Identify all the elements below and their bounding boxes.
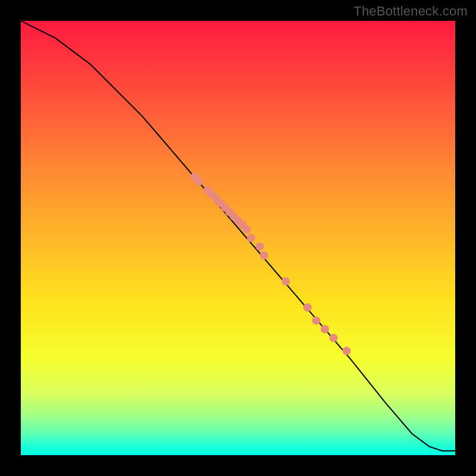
watermark-text: TheBottleneck.com bbox=[353, 4, 468, 19]
data-point bbox=[321, 325, 329, 333]
data-point bbox=[330, 334, 338, 342]
data-point bbox=[260, 251, 268, 259]
curve-line bbox=[21, 21, 455, 451]
data-point bbox=[195, 177, 203, 186]
data-point bbox=[303, 303, 312, 312]
chart-frame: TheBottleneck.com bbox=[0, 0, 476, 476]
data-point bbox=[247, 234, 255, 242]
plot-area bbox=[21, 21, 455, 455]
data-point bbox=[281, 277, 290, 286]
chart-overlay bbox=[21, 21, 455, 455]
data-point bbox=[343, 347, 351, 355]
data-point bbox=[243, 225, 251, 233]
data-point bbox=[256, 243, 264, 251]
data-point bbox=[312, 317, 320, 325]
